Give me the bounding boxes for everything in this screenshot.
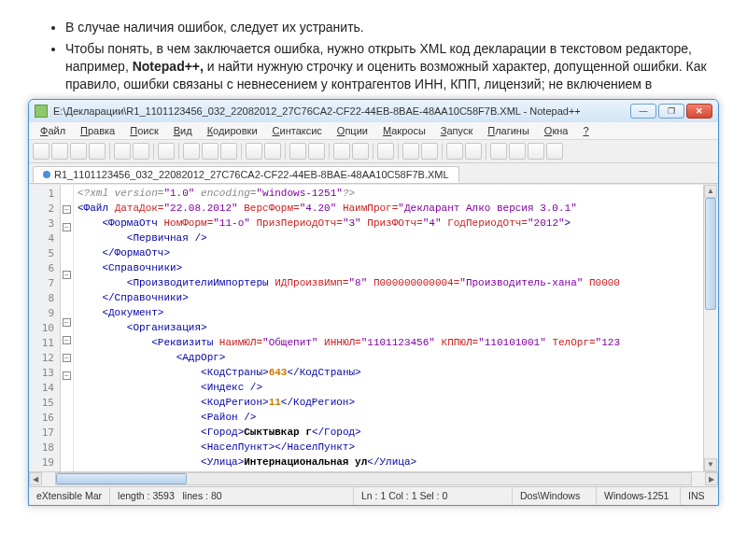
hscroll-thumb[interactable] xyxy=(56,473,187,484)
status-length: length : 3593 lines : 80 xyxy=(110,487,354,505)
menu-2[interactable]: Поиск xyxy=(124,124,163,137)
line-gutter: 12345678910111213141516171819 xyxy=(29,185,61,471)
vscroll-thumb[interactable] xyxy=(705,198,716,310)
macro-play-icon[interactable] xyxy=(509,143,526,160)
file-tab[interactable]: R1_1101123456_032_22082012_27C76CA2-CF22… xyxy=(33,166,459,183)
bullet-list: В случае наличия ошибок, следует их устр… xyxy=(28,19,719,93)
statusbar: eXtensible Mar length : 3593 lines : 80 … xyxy=(29,486,718,505)
status-pos: Ln : 1 Col : 1 Sel : 0 xyxy=(354,487,513,505)
close-all-icon[interactable] xyxy=(133,143,149,160)
redo-icon[interactable] xyxy=(264,143,281,160)
menu-8[interactable]: Запуск xyxy=(435,124,478,137)
code-line-8[interactable]: </Справочники> xyxy=(78,292,699,307)
scroll-left-arrow[interactable]: ◀ xyxy=(29,472,42,485)
save-all-icon[interactable] xyxy=(89,143,106,160)
menu-3[interactable]: Вид xyxy=(168,124,198,137)
menu-4[interactable]: Кодировки xyxy=(202,124,263,137)
fold-column[interactable]: −−−−−−− xyxy=(61,185,74,471)
toolbar-separator xyxy=(178,143,179,160)
code-line-15[interactable]: <КодРегион>11</КодРегион> xyxy=(78,397,699,412)
code-line-10[interactable]: <Организация> xyxy=(78,322,699,337)
print-icon[interactable] xyxy=(158,143,175,160)
zoom-in-icon[interactable] xyxy=(333,143,350,160)
code-line-4[interactable]: <Первичная /> xyxy=(78,232,699,247)
code-line-6[interactable]: <Справочники> xyxy=(78,262,699,277)
code-line-16[interactable]: <Район /> xyxy=(78,412,699,427)
close-button[interactable]: ✕ xyxy=(686,104,712,119)
wrap-icon[interactable] xyxy=(377,143,394,160)
minimize-button[interactable]: — xyxy=(630,104,656,119)
cut-icon[interactable] xyxy=(183,143,200,160)
code-line-19[interactable]: <Улица>Интернациональная ул</Улица> xyxy=(78,456,699,471)
code-area[interactable]: <?xml version="1.0" encoding="windows-12… xyxy=(74,185,703,471)
toolbar-separator xyxy=(241,143,242,160)
scroll-up-arrow[interactable]: ▲ xyxy=(704,185,717,198)
code-line-12[interactable]: <АдрОрг> xyxy=(78,352,699,367)
toolbar-separator xyxy=(373,143,374,160)
unfold-icon[interactable] xyxy=(465,143,482,160)
copy-icon[interactable] xyxy=(202,143,218,160)
toolbar-separator xyxy=(329,143,330,160)
find-icon[interactable] xyxy=(289,143,306,160)
paste-icon[interactable] xyxy=(220,143,237,160)
code-line-13[interactable]: <КодСтраны>643</КодСтраны> xyxy=(78,367,699,382)
code-line-3[interactable]: <ФормаОтч НомФорм="11-о" ПризПериодОтч="… xyxy=(78,217,699,232)
code-line-7[interactable]: <ПроизводителиИмпортеры ИДПроизвИмп="8" … xyxy=(78,277,699,292)
notepad-window: E:\Декларации\R1_1101123456_032_22082012… xyxy=(28,99,719,506)
code-line-5[interactable]: </ФормаОтч> xyxy=(78,247,699,262)
vertical-scrollbar[interactable]: ▲ ▼ xyxy=(703,185,718,471)
bullet-1: В случае наличия ошибок, следует их устр… xyxy=(65,19,719,36)
code-line-9[interactable]: <Документ> xyxy=(78,307,699,322)
tab-saved-icon xyxy=(43,171,50,178)
code-line-11[interactable]: <Реквизиты НаимЮЛ="Общепит" ИННЮЛ="11011… xyxy=(78,337,699,352)
menu-0[interactable]: Файл xyxy=(35,124,71,137)
status-eol: Dos\Windows xyxy=(513,487,597,505)
save-icon[interactable] xyxy=(70,143,87,160)
tab-label: R1_1101123456_032_22082012_27C76CA2-CF22… xyxy=(54,169,449,180)
toolbar-separator xyxy=(442,143,443,160)
menu-1[interactable]: Правка xyxy=(75,124,120,137)
menu-7[interactable]: Макросы xyxy=(377,124,431,137)
code-line-2[interactable]: <Файл ДатаДок="22.08.2012" ВерсФорм="4.2… xyxy=(78,203,699,217)
code-line-18[interactable]: <НаселПункт></НаселПункт> xyxy=(78,441,699,456)
macro-run-icon[interactable] xyxy=(546,143,563,160)
menu-5[interactable]: Синтаксис xyxy=(267,124,328,137)
code-line-17[interactable]: <Город>Сыктывкар г</Город> xyxy=(78,427,699,441)
new-icon[interactable] xyxy=(33,143,49,160)
maximize-button[interactable]: ❐ xyxy=(658,104,684,119)
scroll-down-arrow[interactable]: ▼ xyxy=(704,458,717,471)
editor-area[interactable]: 12345678910111213141516171819 −−−−−−− <?… xyxy=(29,184,718,471)
macro-rec-icon[interactable] xyxy=(490,143,507,160)
macro-stop-icon[interactable] xyxy=(528,143,544,160)
menu-10[interactable]: Окна xyxy=(539,124,574,137)
indent-icon[interactable] xyxy=(421,143,438,160)
fold-icon[interactable] xyxy=(446,143,463,160)
menu-9[interactable]: Плагины xyxy=(482,124,535,137)
scroll-right-arrow[interactable]: ▶ xyxy=(705,472,718,485)
tab-bar[interactable]: R1_1101123456_032_22082012_27C76CA2-CF22… xyxy=(29,163,718,184)
menu-6[interactable]: Опции xyxy=(331,124,374,137)
status-mode: INS xyxy=(681,487,718,505)
toolbar[interactable] xyxy=(29,140,718,163)
toolbar-separator xyxy=(486,143,486,160)
open-icon[interactable] xyxy=(51,143,68,160)
window-title: E:\Декларации\R1_1101123456_032_22082012… xyxy=(53,105,625,117)
menubar[interactable]: ФайлПравкаПоискВидКодировкиСинтаксисОпци… xyxy=(29,122,718,140)
close-icon[interactable] xyxy=(114,143,131,160)
undo-icon[interactable] xyxy=(246,143,262,160)
app-icon xyxy=(35,105,48,118)
code-line-1[interactable]: <?xml version="1.0" encoding="windows-12… xyxy=(78,188,699,203)
bullet-2: Чтобы понять, в чем заключается ошибка, … xyxy=(65,40,719,93)
replace-icon[interactable] xyxy=(308,143,325,160)
menu-11[interactable]: ? xyxy=(577,124,594,137)
toolbar-separator xyxy=(109,143,110,160)
status-enc: Windows-1251 xyxy=(597,487,681,505)
code-line-14[interactable]: <Индекс /> xyxy=(78,382,699,397)
titlebar[interactable]: E:\Декларации\R1_1101123456_032_22082012… xyxy=(29,100,718,122)
zoom-out-icon[interactable] xyxy=(352,143,369,160)
toolbar-separator xyxy=(285,143,286,160)
ws-icon[interactable] xyxy=(402,143,419,160)
horizontal-scrollbar[interactable]: ◀ ▶ xyxy=(29,471,718,486)
toolbar-separator xyxy=(398,143,399,160)
toolbar-separator xyxy=(153,143,154,160)
